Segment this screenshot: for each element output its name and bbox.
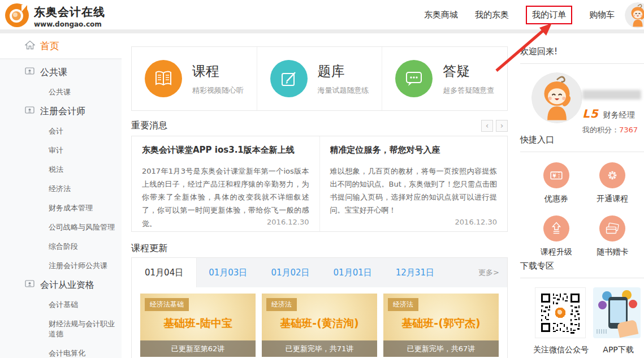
sidebar-item[interactable]: 会计: [0, 122, 122, 141]
site-logo[interactable]: 东奥会计在线 www.dongao.com: [5, 3, 105, 30]
course-title: 基础班-(郭守杰): [383, 316, 499, 331]
quick-open-course[interactable]: 开通课程: [585, 162, 641, 204]
username-blurred: [582, 90, 641, 100]
sidebar-item[interactable]: 经济法: [0, 179, 122, 199]
header-separator: [0, 29, 644, 33]
sidebar-item[interactable]: 公司战略与风险管理: [0, 218, 122, 237]
user-avatar[interactable]: [531, 72, 582, 123]
tab-date-0103[interactable]: 01月03日: [197, 258, 259, 287]
home-icon: [25, 40, 35, 52]
card-icon: [599, 215, 625, 241]
sidebar-item[interactable]: 公共课: [0, 83, 122, 102]
svg-text:¥: ¥: [552, 173, 556, 179]
course-card[interactable]: 经济法基础 基础班-陆中宝 已更新至第62讲: [140, 294, 256, 357]
course-badge: 经济法: [266, 298, 297, 311]
sidebar-section-cpa[interactable]: 注册会计师: [0, 102, 122, 122]
course-title: 基础班-陆中宝: [140, 316, 256, 331]
feature-cards: 课程 精彩视频随心听 题库 海量试题随意练 答疑: [131, 46, 508, 111]
wechat-qr-label[interactable]: 关注微信公众号: [529, 345, 593, 355]
monitor-icon: [25, 280, 34, 291]
coupon-icon: ¥: [543, 162, 569, 188]
feature-title: 答疑: [443, 62, 494, 80]
nav-cart[interactable]: 购物车: [589, 10, 615, 20]
sidebar-section-congye[interactable]: 会计从业资格: [0, 275, 122, 295]
logo-mark-icon: [5, 3, 29, 30]
course-card[interactable]: 经济法 基础班-(郭守杰) 已更新完毕，共67讲: [383, 294, 499, 357]
sidebar-item[interactable]: 会计电算化: [0, 344, 122, 358]
quick-coupon[interactable]: ¥ 优惠券: [528, 162, 585, 204]
nav-my-orders[interactable]: 我的订单: [526, 6, 572, 24]
tab-date-0101[interactable]: 01月01日: [322, 258, 384, 287]
news-item[interactable]: 东奥会计课堂APP ios3.1版本全新上线 2017年1月3号是东奥会计课堂新…: [132, 136, 319, 231]
section-label: 注册会计师: [40, 106, 85, 118]
welcome-panel: 欢迎回来! L5 财务经理 我的积分：7367: [520, 46, 644, 137]
news-item-title: 精准定位服务，帮您对号入座: [330, 145, 498, 156]
course-badge: 经济法: [388, 298, 418, 311]
sidebar-item[interactable]: 审计: [0, 141, 122, 160]
news-box: 东奥会计课堂APP ios3.1版本全新上线 2017年1月3号是东奥会计课堂新…: [131, 136, 508, 232]
sidebar-item[interactable]: 财经法规与会计职业道德: [0, 314, 122, 344]
level-title: 财务经理: [603, 110, 635, 120]
quick-upgrade[interactable]: 课程升级: [528, 215, 585, 257]
feature-course[interactable]: 课程 精彩视频随心听: [132, 47, 257, 110]
book-icon: [145, 60, 182, 97]
gear-icon: [599, 162, 625, 188]
pencil-icon: [270, 60, 308, 97]
quick-label: 开通课程: [597, 194, 628, 204]
quick-label: 课程升级: [541, 247, 572, 257]
tab-date-1231[interactable]: 12月31日: [384, 258, 446, 287]
app-bubble-icon: [598, 301, 607, 309]
level-badge: L5: [582, 107, 599, 120]
phone-screen: [610, 300, 626, 323]
sidebar-item[interactable]: 财务成本管理: [0, 199, 122, 218]
sidebar-item[interactable]: 会计基础: [0, 295, 122, 314]
updates-section-title: 课程更新: [131, 243, 167, 253]
feature-dayi[interactable]: 答疑 超多答疑随意查: [382, 47, 507, 110]
date-tab-bar: 01月04日 01月03日 01月02日 01月01日 12月31日 更多>: [132, 258, 507, 287]
feature-subtitle: 海量试题随意练: [318, 85, 369, 96]
sidebar-section-public[interactable]: 公共课: [0, 63, 122, 83]
feature-title: 题库: [318, 62, 369, 80]
arrow-up-icon: [543, 215, 569, 241]
hand-illustration: [617, 320, 639, 338]
welcome-title: 欢迎回来!: [520, 46, 644, 64]
app-download-label[interactable]: APP下载: [593, 345, 644, 355]
course-card[interactable]: 经济法 基础班-(黄洁洵) 已更新完毕，共71讲: [262, 294, 377, 357]
quick-entry-title: 快捷入口: [520, 135, 644, 152]
quick-book-card[interactable]: 随书赠卡: [585, 215, 641, 257]
sidebar-home-label: 首页: [40, 40, 59, 53]
course-status: 已更新完毕，共71讲: [262, 340, 377, 357]
left-sidebar: 首页 公共课 公共课 注册会计师 会计 审计 税法 经济法: [0, 33, 122, 358]
feature-tiku[interactable]: 题库 海量试题随意练: [257, 47, 382, 110]
sidebar-item[interactable]: 综合阶段: [0, 237, 122, 256]
download-panel: 下载专区 关注微信公: [520, 261, 644, 355]
news-item[interactable]: 精准定位服务，帮您对号入座 难以想象，几百页的教材，将每一页按照内容提炼出不同的…: [319, 136, 508, 231]
logo-url: www.dongao.com: [34, 20, 105, 28]
tab-date-0104[interactable]: 01月04日: [132, 258, 197, 287]
wechat-qr-code[interactable]: [535, 287, 586, 338]
sidebar-item[interactable]: 注册会计师公共课: [0, 256, 122, 275]
course-updates-box: 01月04日 01月03日 01月02日 01月01日 12月31日 更多> 经…: [131, 257, 508, 358]
monitor-icon: [25, 106, 34, 117]
course-title: 基础班-(黄洁洵): [262, 316, 377, 331]
app-download-illustration[interactable]: [593, 287, 641, 338]
nav-my-dongao[interactable]: 我的东奥: [475, 10, 509, 20]
feature-title: 课程: [192, 62, 244, 80]
sidebar-item[interactable]: 税法: [0, 160, 122, 179]
app-bubble-icon: [629, 300, 637, 308]
nav-dongao-mall[interactable]: 东奥商城: [424, 10, 458, 20]
monitor-icon: [25, 67, 34, 78]
logo-title: 东奥会计在线: [34, 5, 105, 20]
top-header: 东奥会计在线 www.dongao.com 东奥商城 我的东奥 我的订单 购物车: [0, 0, 644, 29]
section-label: 会计从业资格: [40, 279, 94, 291]
course-status: 已更新完毕，共67讲: [383, 340, 499, 357]
header-avatar[interactable]: [625, 2, 644, 28]
sidebar-item-home[interactable]: 首页: [0, 33, 122, 59]
news-item-body: 难以想象，几百页的教材，将每一页按照内容提炼出不同的知识点。But，东奥做到了！…: [330, 165, 498, 217]
quick-entry-panel: 快捷入口 ¥ 优惠券: [520, 135, 644, 257]
tab-date-0102[interactable]: 01月02日: [259, 258, 321, 287]
chevron-left-icon[interactable]: ‹: [481, 120, 493, 132]
more-link[interactable]: 更多>: [478, 268, 507, 278]
news-item-title: 东奥会计课堂APP ios3.1版本全新上线: [142, 145, 309, 156]
chevron-right-icon[interactable]: ›: [496, 120, 508, 132]
